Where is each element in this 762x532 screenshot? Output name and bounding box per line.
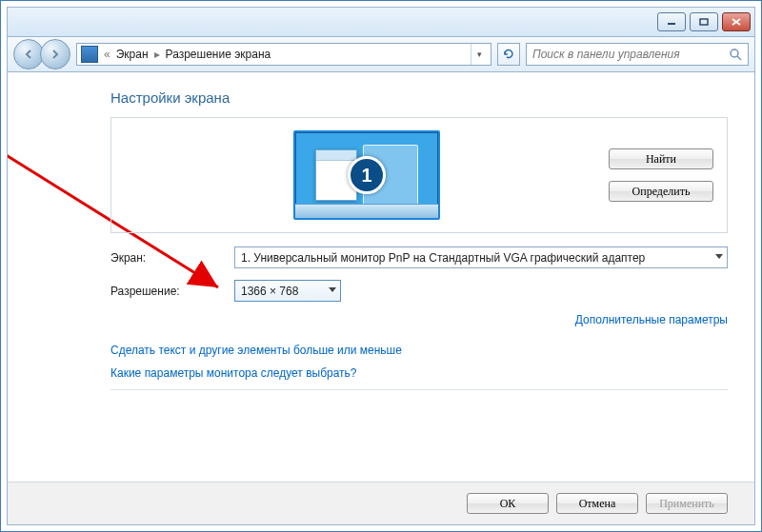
svg-rect-1 (700, 19, 708, 25)
arrow-left-icon (23, 49, 34, 60)
monitor-number-badge: 1 (348, 156, 386, 194)
maximize-button[interactable] (690, 12, 718, 31)
display-value: 1. Универсальный монитор PnP на Стандарт… (241, 251, 645, 265)
nav-buttons (13, 39, 70, 69)
refresh-button[interactable] (497, 43, 520, 66)
maximize-icon (699, 18, 709, 26)
apply-button[interactable]: Применить (646, 493, 728, 514)
identify-button[interactable]: Определить (609, 181, 713, 202)
title-bar (8, 8, 754, 37)
close-button[interactable] (722, 12, 751, 31)
search-placeholder: Поиск в панели управления (532, 48, 680, 61)
breadcrumb-dropdown[interactable]: ▾ (471, 44, 487, 65)
nav-forward-button[interactable] (40, 39, 70, 69)
chevron-right-icon: ▸ (154, 48, 160, 61)
page-title: Настройки экрана (110, 89, 728, 106)
control-panel-icon (81, 46, 98, 63)
preview-taskbar (295, 204, 438, 218)
window-frame: « Экран ▸ Разрешение экрана ▾ Поиск в па… (0, 0, 762, 532)
chevron-down-icon (329, 287, 336, 292)
address-bar: « Экран ▸ Разрешение экрана ▾ Поиск в па… (8, 37, 754, 72)
resolution-dropdown[interactable]: 1366 × 768 (234, 280, 341, 302)
resolution-row: Разрешение: 1366 × 768 (110, 280, 728, 302)
svg-line-3 (737, 56, 741, 60)
display-row: Экран: 1. Универсальный монитор PnP на С… (110, 246, 728, 268)
search-icon (729, 48, 742, 61)
divider (110, 389, 728, 390)
minimize-icon (667, 18, 676, 26)
advanced-settings-link[interactable]: Дополнительные параметры (575, 313, 728, 326)
arrow-right-icon (50, 49, 61, 60)
footer-bar: ОК Отмена Применить (8, 482, 754, 524)
cancel-button[interactable]: Отмена (556, 493, 638, 514)
display-dropdown[interactable]: 1. Универсальный монитор PnP на Стандарт… (234, 246, 728, 268)
detect-button[interactable]: Найти (609, 148, 713, 169)
breadcrumb-sep: « (104, 48, 110, 61)
resolution-value: 1366 × 768 (241, 285, 298, 298)
window-inner: « Экран ▸ Разрешение экрана ▾ Поиск в па… (7, 7, 755, 525)
refresh-icon (502, 48, 515, 61)
minimize-button[interactable] (657, 12, 686, 31)
close-icon (732, 18, 741, 26)
breadcrumb[interactable]: « Экран ▸ Разрешение экрана ▾ (76, 43, 491, 66)
content-area: Настройки экрана 1 Найти Определить Экра… (8, 72, 754, 482)
breadcrumb-item[interactable]: Экран (116, 48, 149, 61)
svg-point-2 (731, 49, 738, 57)
resolution-label: Разрешение: (110, 285, 234, 298)
breadcrumb-item[interactable]: Разрешение экрана (166, 48, 271, 61)
ok-button[interactable]: ОК (467, 493, 549, 514)
monitor-thumbnail[interactable]: 1 (293, 130, 440, 220)
display-label: Экран: (110, 251, 234, 265)
search-input[interactable]: Поиск в панели управления (526, 43, 749, 66)
monitor-help-link[interactable]: Какие параметры монитора следует выбрать… (110, 366, 357, 380)
monitor-preview-panel: 1 Найти Определить (110, 117, 728, 233)
svg-rect-0 (668, 23, 675, 25)
chevron-down-icon (715, 254, 723, 259)
text-size-link[interactable]: Сделать текст и другие элементы больше и… (110, 344, 402, 357)
